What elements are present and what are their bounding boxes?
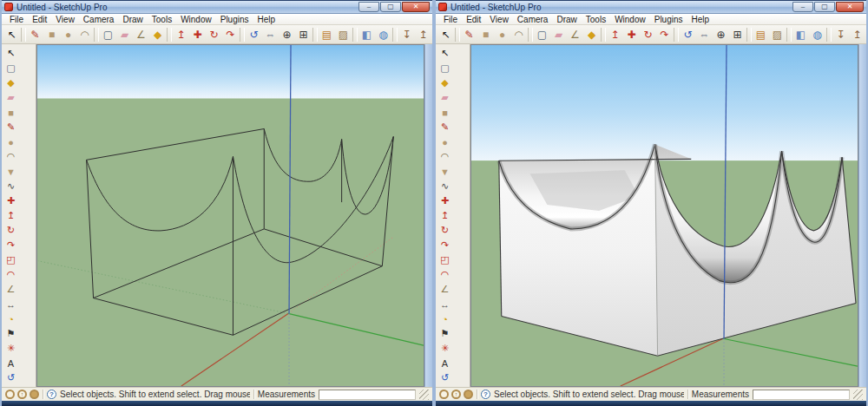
tool-preview-in-google-earth[interactable]: ◍ [809, 26, 825, 43]
measurements-input[interactable] [753, 390, 850, 400]
tool-orbit[interactable]: ↺ [246, 26, 262, 43]
tool-add-location[interactable]: ▤ [753, 26, 769, 43]
dock-tool-scale[interactable]: ◰ [437, 252, 453, 267]
tool-line[interactable]: ✎ [27, 26, 43, 43]
dock-tool-offset[interactable]: ◠ [3, 267, 19, 282]
dock-tool-rotate[interactable]: ↻ [437, 223, 453, 238]
tool-move[interactable]: ✚ [623, 26, 640, 43]
dock-tool-polygon[interactable]: ▼ [3, 164, 19, 179]
dock-tool-follow-me[interactable]: ↷ [437, 238, 453, 252]
measurements-input[interactable] [319, 390, 416, 400]
tool-paint-bucket[interactable]: ◆ [583, 26, 600, 43]
tool-rotate[interactable]: ↻ [640, 26, 656, 43]
tool-add-location[interactable]: ▤ [319, 26, 335, 43]
dock-tool-offset[interactable]: ◠ [437, 267, 453, 282]
tool-get-models[interactable]: ↧ [832, 26, 849, 43]
geolocation-icon[interactable] [439, 390, 449, 399]
tool-move[interactable]: ✚ [189, 26, 206, 43]
titlebar[interactable]: Untitled - SketchUp Pro – ▢ ✕ [436, 0, 866, 14]
tool-zoom-extents[interactable]: ⊞ [295, 26, 312, 43]
sign-in-icon[interactable] [30, 390, 39, 399]
dock-tool-move[interactable]: ✚ [437, 193, 453, 208]
menu-tools[interactable]: Tools [582, 15, 610, 24]
dock-tool-push-pull[interactable]: ↥ [437, 208, 453, 223]
menu-camera[interactable]: Camera [513, 15, 553, 24]
minimize-button[interactable]: – [792, 2, 813, 12]
dock-tool-tape-measure[interactable]: ∠ [3, 282, 19, 297]
tool-tape-measure[interactable]: ∠ [133, 26, 149, 43]
help-icon[interactable]: ? [481, 390, 490, 399]
close-button[interactable]: ✕ [836, 2, 864, 12]
dock-tool-text[interactable]: ⚑ [437, 326, 453, 341]
menu-file[interactable]: File [5, 15, 28, 24]
tool-make-component[interactable]: ▢ [100, 26, 116, 43]
menu-edit[interactable]: Edit [462, 15, 485, 24]
dock-tool-line[interactable]: ✎ [437, 120, 453, 134]
dock-tool-eraser[interactable]: ▰ [3, 90, 19, 105]
dock-tool-3d-text[interactable]: A [3, 356, 19, 370]
menu-draw[interactable]: Draw [552, 15, 581, 24]
tool-photo-textures[interactable]: ◧ [358, 26, 375, 43]
tool-rotate[interactable]: ↻ [206, 26, 222, 43]
dock-tool-polygon[interactable]: ▼ [437, 164, 453, 179]
dock-tool-protractor[interactable]: ◔ [437, 311, 453, 326]
credits-icon[interactable]: ↑ [451, 390, 461, 399]
geolocation-icon[interactable] [5, 390, 15, 399]
dock-tool-text[interactable]: ⚑ [3, 326, 19, 341]
tool-arc[interactable]: ◠ [510, 26, 527, 43]
menu-help[interactable]: Help [687, 15, 714, 24]
help-icon[interactable]: ? [47, 390, 56, 399]
menu-edit[interactable]: Edit [28, 15, 51, 24]
tool-preview-in-google-earth[interactable]: ◍ [375, 26, 391, 43]
dock-tool-dimensions[interactable]: ↔ [437, 297, 453, 311]
dock-tool-freehand[interactable]: ∿ [3, 179, 19, 193]
dock-tool-orbit[interactable]: ↺ [3, 370, 19, 385]
dock-tool-follow-me[interactable]: ↷ [3, 238, 19, 252]
dock-tool-orbit[interactable]: ↺ [437, 370, 453, 385]
resize-grip[interactable] [419, 390, 429, 400]
menu-view[interactable]: View [51, 15, 79, 24]
tool-orbit[interactable]: ↺ [680, 26, 696, 43]
dock-tool-circle[interactable]: ● [3, 134, 19, 149]
tool-toggle-terrain[interactable]: ▨ [769, 26, 786, 43]
dock-tool-move[interactable]: ✚ [3, 193, 19, 208]
dock-tool-paint-bucket[interactable]: ◆ [3, 75, 19, 90]
tool-select[interactable]: ↖ [3, 26, 20, 43]
dock-tool-protractor[interactable]: ◔ [3, 311, 19, 326]
menu-plugins[interactable]: Plugins [216, 15, 253, 24]
menu-view[interactable]: View [485, 15, 513, 24]
resize-grip[interactable] [853, 390, 863, 400]
dock-tool-eraser[interactable]: ▰ [437, 90, 453, 105]
dock-tool-axes[interactable]: ✳ [3, 341, 19, 356]
tool-pan[interactable]: ⇔ [262, 26, 279, 43]
tool-make-component[interactable]: ▢ [534, 26, 550, 43]
tool-offset[interactable]: ↷ [656, 26, 673, 43]
tool-push-pull[interactable]: ↥ [607, 26, 623, 43]
dock-tool-rectangle[interactable]: ■ [437, 105, 453, 120]
minimize-button[interactable]: – [358, 2, 379, 12]
dock-tool-freehand[interactable]: ∿ [437, 179, 453, 193]
tool-circle[interactable]: ● [60, 26, 76, 43]
tool-zoom-extents[interactable]: ⊞ [729, 26, 746, 43]
tool-photo-textures[interactable]: ◧ [792, 26, 809, 43]
maximize-button[interactable]: ▢ [814, 2, 835, 12]
dock-tool-axes[interactable]: ✳ [437, 341, 453, 356]
tool-arc[interactable]: ◠ [76, 26, 93, 43]
sign-in-icon[interactable] [464, 390, 473, 399]
menu-tools[interactable]: Tools [148, 15, 176, 24]
tool-offset[interactable]: ↷ [222, 26, 239, 43]
tool-line[interactable]: ✎ [461, 26, 477, 43]
titlebar[interactable]: Untitled - SketchUp Pro – ▢ ✕ [2, 0, 432, 14]
tool-rectangle[interactable]: ■ [43, 26, 60, 43]
tool-paint-bucket[interactable]: ◆ [149, 26, 166, 43]
credits-icon[interactable]: ↑ [17, 390, 27, 399]
tool-eraser[interactable]: ▰ [116, 26, 133, 43]
tool-share-models[interactable]: ↥ [849, 26, 865, 43]
menu-plugins[interactable]: Plugins [650, 15, 687, 24]
menu-camera[interactable]: Camera [79, 15, 119, 24]
tool-toggle-terrain[interactable]: ▨ [335, 26, 352, 43]
dock-tool-rectangle[interactable]: ■ [3, 105, 19, 120]
tool-zoom[interactable]: ⊕ [279, 26, 295, 43]
tool-rectangle[interactable]: ■ [477, 26, 494, 43]
dock-tool-select[interactable]: ↖ [3, 46, 19, 61]
